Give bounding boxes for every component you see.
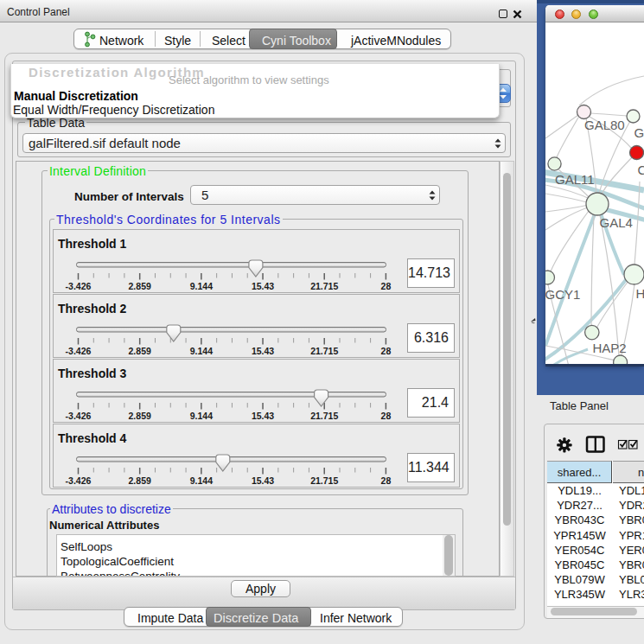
- svg-text:GAL4: GAL4: [600, 215, 633, 230]
- svg-text:GAL80: GAL80: [584, 118, 625, 132]
- svg-text:C: C: [638, 163, 644, 177]
- svg-text:GA: GA: [634, 125, 644, 140]
- svg-text:H: H: [636, 286, 644, 301]
- svg-text:HAP2: HAP2: [593, 341, 627, 355]
- svg-text:GCY1: GCY1: [545, 287, 580, 302]
- svg-text:GAL11: GAL11: [555, 172, 595, 187]
